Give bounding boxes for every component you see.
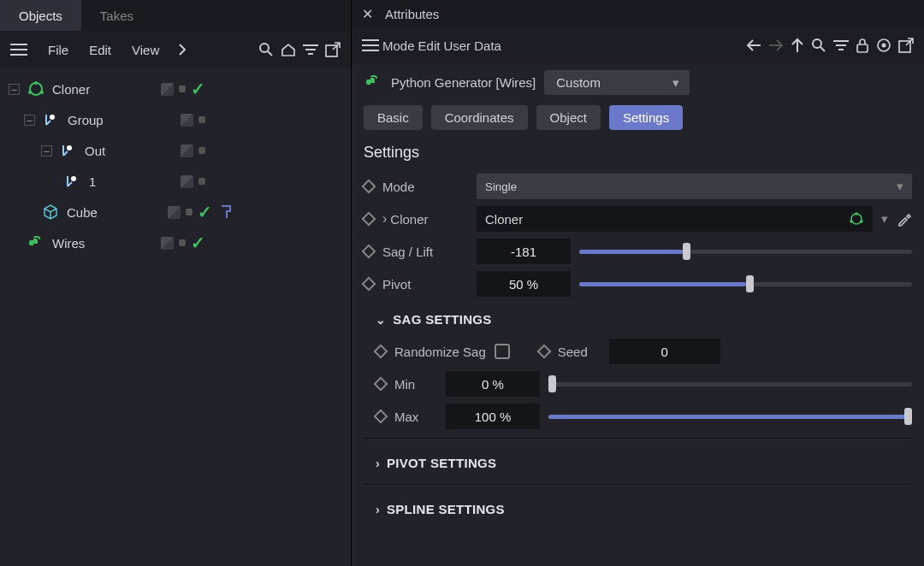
svg-point-12 — [882, 44, 886, 48]
param-min: Min — [364, 368, 912, 400]
popout-icon[interactable] — [898, 38, 914, 53]
mode-select[interactable]: Single — [477, 174, 912, 199]
tree-row-cloner[interactable]: – Cloner ✓ — [0, 74, 351, 104]
menu-edit[interactable]: Edit — [418, 38, 441, 53]
menu-file[interactable]: File — [39, 39, 77, 61]
keyframe-icon[interactable] — [362, 245, 376, 259]
randomize-checkbox[interactable] — [495, 344, 510, 359]
param-mode: Mode Single — [364, 170, 912, 203]
section-title: Settings — [352, 140, 924, 170]
dots-icon — [186, 209, 192, 215]
popout-icon[interactable] — [325, 42, 341, 57]
up-icon[interactable] — [791, 38, 804, 53]
target-icon[interactable] — [876, 38, 891, 53]
burger-icon[interactable] — [10, 44, 27, 56]
keyframe-icon[interactable] — [374, 345, 388, 359]
back-icon[interactable] — [746, 38, 761, 52]
tree-collapse-icon[interactable]: – — [41, 145, 52, 156]
param-sag: Sag / Lift — [364, 235, 912, 268]
search-icon[interactable] — [811, 38, 826, 53]
display-mode-select[interactable]: Custom — [544, 70, 690, 95]
keyframe-icon[interactable] — [536, 345, 551, 359]
param-label: Sag / Lift — [382, 245, 468, 259]
chevron-down-icon[interactable]: ▾ — [881, 211, 888, 227]
pivot-input[interactable] — [477, 271, 571, 297]
cloner-link-field[interactable]: Cloner — [477, 206, 873, 232]
close-icon[interactable]: ✕ — [362, 6, 373, 22]
chevron-right-icon[interactable] — [171, 44, 193, 56]
param-label: Randomize Sag — [394, 345, 486, 359]
filter-icon[interactable] — [833, 39, 849, 51]
param-label: Seed — [558, 345, 601, 359]
svg-point-6 — [50, 115, 55, 120]
tab-object[interactable]: Object — [536, 105, 601, 130]
keyframe-icon[interactable] — [374, 410, 388, 424]
bookmark-icon[interactable] — [221, 205, 233, 219]
pivot-slider[interactable] — [579, 271, 912, 297]
home-icon[interactable] — [281, 42, 296, 57]
tree-collapse-icon[interactable]: – — [24, 115, 35, 126]
link-value: Cloner — [485, 212, 523, 227]
tree-row-group[interactable]: – Group — [0, 104, 351, 135]
tree-row-cube[interactable]: Cube ✓ — [0, 197, 351, 227]
filter-icon[interactable] — [303, 44, 318, 56]
attr-tabset: Basic Coordinates Object Settings — [352, 102, 924, 140]
burger-icon[interactable] — [362, 39, 379, 51]
search-icon[interactable] — [258, 42, 274, 57]
menu-mode[interactable]: Mode — [382, 38, 415, 53]
svg-point-17 — [860, 220, 862, 222]
sag-input[interactable] — [477, 239, 571, 264]
vis-slot[interactable] — [181, 144, 193, 157]
param-label: Cloner — [382, 211, 468, 227]
eyedropper-icon[interactable] — [897, 211, 912, 227]
dots-icon — [198, 147, 205, 154]
tree-row-1[interactable]: 1 — [0, 166, 351, 197]
keyframe-icon[interactable] — [362, 212, 376, 227]
tab-takes[interactable]: Takes — [81, 0, 152, 31]
check-icon[interactable]: ✓ — [191, 79, 205, 99]
object-tree: – Cloner ✓ – Group – Out 1 Cube ✓ — [0, 68, 351, 566]
tab-basic[interactable]: Basic — [364, 105, 423, 130]
lock-icon[interactable] — [856, 38, 869, 53]
param-max: Max — [364, 400, 912, 433]
check-icon[interactable]: ✓ — [191, 233, 205, 253]
null-icon — [42, 112, 61, 127]
svg-point-7 — [67, 145, 72, 150]
keyframe-icon[interactable] — [362, 180, 376, 194]
tab-objects[interactable]: Objects — [0, 0, 81, 31]
null-icon — [59, 143, 78, 158]
chevron-right-icon: › — [376, 503, 380, 516]
params-list: Mode Single Cloner Cloner ▾ Sag / Lift — [352, 170, 924, 525]
tab-settings[interactable]: Settings — [609, 105, 683, 130]
min-slider[interactable] — [548, 371, 912, 397]
dots-icon — [179, 85, 186, 92]
menu-edit[interactable]: Edit — [80, 39, 120, 61]
vis-slot[interactable] — [181, 175, 193, 188]
menu-view[interactable]: View — [123, 39, 168, 61]
menu-userdata[interactable]: User Data — [443, 38, 501, 53]
tab-coordinates[interactable]: Coordinates — [431, 105, 528, 130]
pivot-settings-header[interactable]: › PIVOT SETTINGS — [364, 444, 912, 479]
sag-settings-header[interactable]: ⌄ SAG SETTINGS — [364, 300, 912, 335]
tree-collapse-icon[interactable]: – — [9, 84, 20, 95]
max-input[interactable] — [446, 404, 540, 429]
tree-row-out[interactable]: – Out — [0, 135, 351, 166]
keyframe-icon[interactable] — [362, 277, 376, 292]
min-input[interactable] — [446, 371, 540, 397]
vis-slot[interactable] — [161, 83, 174, 96]
max-slider[interactable] — [548, 404, 912, 429]
seed-input[interactable] — [609, 339, 720, 364]
check-icon[interactable]: ✓ — [198, 202, 212, 222]
dots-icon — [198, 116, 205, 123]
cloner-icon — [27, 80, 45, 97]
tree-row-wires[interactable]: Wires ✓ — [0, 227, 351, 258]
sag-slider[interactable] — [579, 239, 912, 264]
vis-slot[interactable] — [168, 206, 181, 219]
vis-slot[interactable] — [161, 237, 174, 250]
vis-slot[interactable] — [181, 114, 193, 127]
keyframe-icon[interactable] — [374, 377, 388, 392]
svg-point-8 — [71, 176, 76, 181]
spline-settings-header[interactable]: › SPLINE SETTINGS — [364, 490, 912, 525]
svg-point-16 — [850, 220, 852, 222]
null-icon — [63, 174, 82, 189]
